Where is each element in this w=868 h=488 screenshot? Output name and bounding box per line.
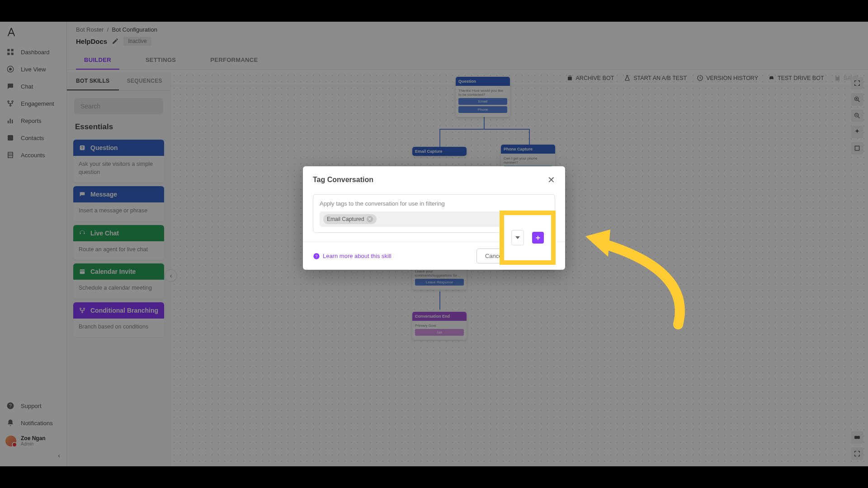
svg-point-8 xyxy=(10,105,11,106)
tab-builder[interactable]: BUILDER xyxy=(76,52,119,70)
sidebar-label: Engagement xyxy=(21,100,54,107)
main-tabs: BUILDER SETTINGS PERFORMANCE xyxy=(76,52,859,70)
learn-more-link[interactable]: ? Learn more about this skill xyxy=(313,253,392,260)
breadcrumb-parent[interactable]: Bot Roster xyxy=(76,26,104,33)
headset-icon xyxy=(79,230,86,237)
sidebar-label: Dashboard xyxy=(21,49,50,56)
node-conv-end[interactable]: Conversation End Primary Goal Set xyxy=(412,312,467,340)
svg-text:?: ? xyxy=(316,254,318,258)
sidebar: Dashboard Live View Chat Engagement Repo… xyxy=(0,22,67,466)
svg-rect-10 xyxy=(10,119,11,124)
cancel-button[interactable]: Cancel xyxy=(476,249,512,263)
svg-line-27 xyxy=(858,100,859,102)
node-email-capture[interactable]: Email Capture xyxy=(412,147,467,156)
grid-icon[interactable] xyxy=(851,142,863,155)
contacts-icon xyxy=(6,134,14,142)
svg-text:?: ? xyxy=(9,403,12,408)
tag-input[interactable]: Email Captured ✕ xyxy=(320,211,517,227)
panel-tab-skills[interactable]: BOT SKILLS xyxy=(67,72,119,90)
svg-rect-21 xyxy=(80,269,85,274)
fullscreen-icon[interactable] xyxy=(851,447,863,460)
chat-icon xyxy=(6,82,14,90)
help-icon: ? xyxy=(313,253,320,260)
svg-rect-12 xyxy=(8,135,13,141)
svg-rect-34 xyxy=(854,436,860,439)
svg-rect-13 xyxy=(8,152,13,158)
zoom-in-icon[interactable] xyxy=(851,93,863,106)
sidebar-item-contacts[interactable]: Contacts xyxy=(0,129,66,146)
tag-conversation-modal: Tag Conversation ✕ Apply tags to the con… xyxy=(303,166,565,270)
svg-line-31 xyxy=(858,117,859,118)
dashboard-icon xyxy=(6,48,14,56)
calendar-icon xyxy=(79,268,86,275)
sidebar-item-liveview[interactable]: Live View xyxy=(0,61,66,78)
svg-rect-0 xyxy=(7,49,9,51)
svg-point-5 xyxy=(9,68,12,70)
svg-point-6 xyxy=(8,101,9,102)
tab-performance[interactable]: PERFORMANCE xyxy=(202,52,266,70)
fit-screen-icon[interactable] xyxy=(851,77,863,89)
message-icon xyxy=(79,191,86,198)
search-input[interactable]: Search xyxy=(74,98,163,114)
sidebar-label: Accounts xyxy=(21,152,45,159)
svg-point-7 xyxy=(12,101,13,102)
node-question-top[interactable]: Question Thanks! How would you like to b… xyxy=(456,77,510,117)
skill-card-message[interactable]: Message Insert a message or phrase xyxy=(73,186,164,221)
tag-dropdown-button[interactable] xyxy=(520,211,533,227)
engagement-icon xyxy=(6,99,14,108)
svg-rect-9 xyxy=(8,121,9,123)
sidebar-label: Live View xyxy=(21,66,46,73)
svg-point-24 xyxy=(84,308,85,309)
question-icon: ? xyxy=(79,144,86,151)
sidebar-label: Support xyxy=(21,403,42,409)
topbar: Bot Roster / Bot Configuration HelpDocs … xyxy=(67,22,868,70)
svg-rect-3 xyxy=(11,53,14,55)
skill-card-question[interactable]: ?Question Ask your site visitors a simpl… xyxy=(73,140,164,183)
add-tag-button[interactable]: ＋ xyxy=(537,213,548,225)
sidebar-collapse-icon[interactable]: ‹ xyxy=(0,450,66,461)
sidebar-label: Notifications xyxy=(21,420,53,427)
breadcrumb-current: Bot Configuration xyxy=(112,26,157,33)
sidebar-user[interactable]: Zoe Ngan Admin xyxy=(0,432,66,450)
modal-title: Tag Conversation xyxy=(313,176,373,184)
sidebar-item-engagement[interactable]: Engagement xyxy=(0,95,66,112)
panel-collapse-button[interactable]: ‹ xyxy=(165,269,177,282)
field-label: Apply tags to the conversation for use i… xyxy=(320,200,548,207)
user-name: Zoe Ngan xyxy=(21,435,46,441)
close-icon[interactable]: ✕ xyxy=(547,174,555,185)
tag-chip[interactable]: Email Captured ✕ xyxy=(323,214,377,224)
sidebar-item-accounts[interactable]: Accounts xyxy=(0,146,66,164)
sidebar-label: Chat xyxy=(21,83,33,90)
edit-icon[interactable] xyxy=(112,38,119,45)
svg-text:?: ? xyxy=(81,145,83,150)
svg-rect-2 xyxy=(7,53,9,55)
zoom-out-icon[interactable] xyxy=(851,109,863,122)
svg-rect-33 xyxy=(855,146,859,150)
skill-card-calendar[interactable]: Calendar Invite Schedule a calendar meet… xyxy=(73,263,164,299)
sidebar-label: Contacts xyxy=(21,135,44,141)
chevron-down-icon xyxy=(524,218,529,221)
skills-panel: BOT SKILLS SEQUENCES Search Essentials ?… xyxy=(67,72,171,466)
sidebar-item-notifications[interactable]: Notifications xyxy=(0,414,66,432)
svg-point-23 xyxy=(80,308,81,309)
page-title: HelpDocs xyxy=(76,38,107,45)
svg-rect-1 xyxy=(11,49,14,51)
remove-tag-icon[interactable]: ✕ xyxy=(367,216,373,222)
sidebar-item-support[interactable]: ? Support xyxy=(0,397,66,414)
keyboard-icon[interactable] xyxy=(851,431,863,444)
skill-card-livechat[interactable]: Live Chat Route an agent for live chat xyxy=(73,225,164,260)
magic-layout-icon[interactable] xyxy=(851,126,863,138)
tab-settings[interactable]: SETTINGS xyxy=(137,52,184,70)
skill-card-branching[interactable]: Conditional Branching Branch based on co… xyxy=(73,302,164,338)
panel-tab-sequences[interactable]: SEQUENCES xyxy=(119,72,171,90)
svg-rect-11 xyxy=(12,120,13,123)
sidebar-label: Reports xyxy=(21,117,42,124)
sidebar-item-reports[interactable]: Reports xyxy=(0,112,66,129)
sidebar-item-dashboard[interactable]: Dashboard xyxy=(0,43,66,61)
section-title: Essentials xyxy=(67,119,170,136)
accounts-icon xyxy=(6,151,14,159)
modal-save-button[interactable]: Save xyxy=(516,249,555,263)
sidebar-item-chat[interactable]: Chat xyxy=(0,78,66,95)
liveview-icon xyxy=(6,65,14,73)
avatar xyxy=(5,436,16,446)
